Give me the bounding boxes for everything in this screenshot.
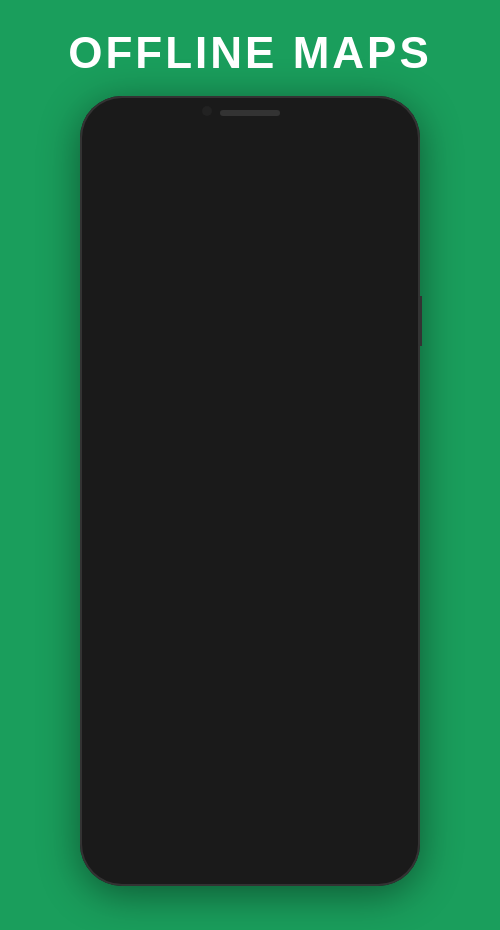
poi-pin-3[interactable]: 🏭: [142, 494, 180, 532]
battery-icon: [380, 139, 400, 149]
phone-screen: BLOOMSBURY SOHO CLERKENWELL TEMPLE SOUTH…: [90, 132, 410, 850]
search-bar[interactable]: Search: [90, 156, 410, 202]
wifi-icon: [362, 139, 376, 149]
page-header: OFFLINE MAPS: [68, 0, 432, 96]
status-icons: [344, 139, 400, 149]
filter-icon: ≡: [377, 753, 386, 771]
poi-icon-2: 🏛: [188, 331, 220, 363]
map-svg: [90, 156, 410, 850]
side-button: [418, 296, 422, 346]
poi-icon-3: 🏭: [145, 497, 177, 529]
poi-icon-6: ⛪: [181, 571, 213, 603]
svg-rect-35: [381, 141, 394, 147]
poi-icon-5: 🏛: [408, 457, 410, 489]
svg-rect-34: [398, 142, 400, 146]
back-button[interactable]: [102, 169, 122, 189]
filter-fab-button[interactable]: ≡: [362, 742, 402, 782]
svg-rect-1: [156, 250, 203, 288]
search-input[interactable]: Search: [132, 171, 398, 188]
location-icon: ◎: [373, 798, 389, 820]
poi-icon-1: 🏛: [275, 301, 307, 333]
poi-pin-2[interactable]: 🏛: [185, 328, 223, 366]
poi-icon-4: 🎪: [265, 507, 297, 539]
svg-rect-5: [325, 512, 367, 545]
info-icon: i: [106, 814, 109, 826]
phone-mockup: BLOOMSBURY SOHO CLERKENWELL TEMPLE SOUTH…: [80, 96, 420, 886]
back-arrow-icon: [104, 171, 120, 187]
location-fab-button[interactable]: ◎: [360, 788, 402, 830]
poi-pin-6[interactable]: ⛪: [178, 568, 216, 606]
poi-pin-4[interactable]: 🎪: [262, 504, 300, 542]
status-time: 2:44: [100, 138, 122, 150]
poi-pin-1[interactable]: 🏛: [272, 298, 310, 336]
map-container[interactable]: BLOOMSBURY SOHO CLERKENWELL TEMPLE SOUTH…: [90, 156, 410, 850]
info-button[interactable]: i: [98, 810, 118, 830]
svg-rect-4: [212, 531, 240, 554]
reset-filters-button[interactable]: Reset filters: [102, 210, 193, 234]
app-title: OFFLINE MAPS: [68, 28, 432, 78]
status-bar: 2:44: [90, 132, 410, 156]
signal-icon: [344, 139, 358, 149]
